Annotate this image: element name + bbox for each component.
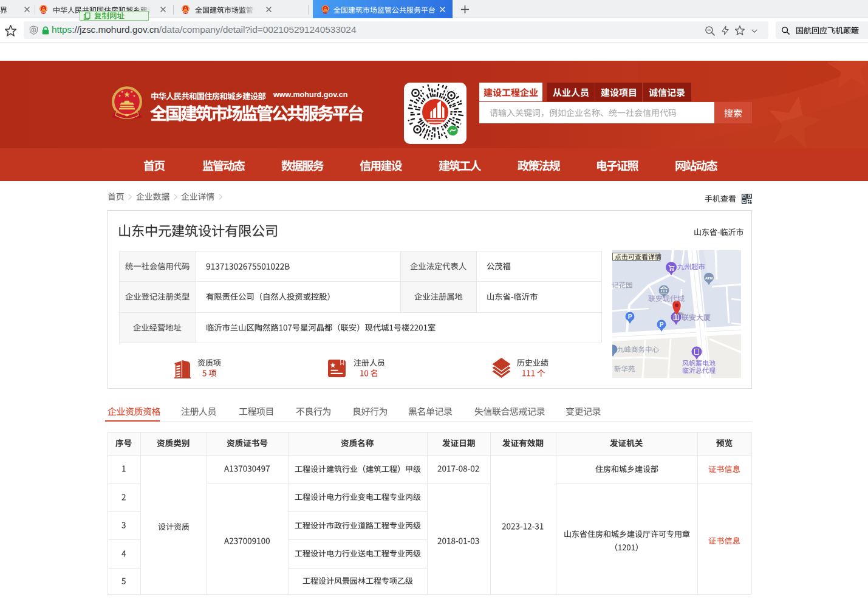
- svg-text:P: P: [660, 321, 664, 328]
- svg-text:ATM: ATM: [705, 276, 713, 280]
- svg-text:P: P: [628, 313, 632, 320]
